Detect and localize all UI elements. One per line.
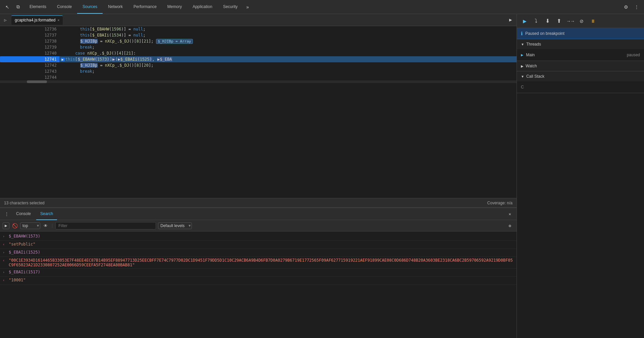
console-value: $_EBAIi(1517) (9, 270, 514, 274)
step-over-btn[interactable]: ⤵ (531, 16, 541, 26)
call-stack-section-header[interactable]: ▼ Call Stack (517, 71, 644, 81)
devtools-tabs: Elements Console Sources Network Perform… (24, 0, 620, 14)
clear-console-btn[interactable]: 🚫 (11, 222, 18, 229)
sidebar-toggle[interactable]: ▷ (1, 16, 9, 24)
console-settings-icon[interactable]: ⚙ (506, 222, 514, 230)
paused-message: Paused on breakpoint (525, 31, 565, 36)
console-output[interactable]: › $_EBAHW(1573) ‹ "setPublic" › $_EBAIi(… (0, 231, 517, 338)
console-value: $_EBAHW(1573) (9, 234, 514, 239)
status-bar: 13 characters selected Coverage: n/a (0, 198, 517, 207)
console-value: "10001" (9, 278, 514, 282)
close-bottom-panel[interactable]: ✕ (506, 210, 514, 218)
settings-icon[interactable]: ⚙ (621, 2, 631, 12)
file-tab-gcaptcha[interactable]: gcaptcha4.js:formatted × (11, 15, 63, 25)
tab-sources[interactable]: Sources (77, 0, 103, 14)
resume-btn[interactable]: ▶ (520, 16, 530, 26)
file-tab-name: gcaptcha4.js:formatted (15, 18, 55, 22)
code-scroller[interactable]: 12736 this[$_EBAHW(1596)] = null; 12737 … (0, 26, 517, 198)
debugger-toolbar: ▶ ⤵ ⬇ ⬆ →→ ⊘ ⏸ (517, 14, 644, 28)
expand-icon[interactable]: ‹ (3, 243, 7, 246)
list-item: › $_EBAIi(1517) (0, 269, 517, 277)
table-row: 12742 $_HJIBp = nXCp_.$_DJ()[8][20]; (0, 62, 517, 68)
eye-icon[interactable]: 👁 (42, 222, 49, 229)
file-tab-close[interactable]: × (57, 18, 59, 22)
debugger-panel: ▶ ⤵ ⬇ ⬆ →→ ⊘ ⏸ ℹ Paused on breakpoint ▼ … (517, 14, 644, 338)
context-select[interactable]: top (20, 222, 40, 229)
threads-section-header[interactable]: ▼ Threads (517, 39, 644, 49)
selection-info: 13 characters selected (4, 201, 45, 205)
threads-section: ▼ Threads ▶ Main paused (517, 39, 644, 61)
tab-application[interactable]: Application (187, 0, 218, 14)
table-row: 12744 (0, 74, 517, 80)
bottom-section: ⋮ Console Search ✕ ▶ 🚫 top ▼ (0, 207, 517, 338)
paused-banner: ℹ Paused on breakpoint (517, 28, 644, 39)
toolbar-right: ⚙ ⋮ (621, 2, 641, 12)
watch-label: Watch (526, 64, 537, 68)
layers-icon[interactable]: ⧉ (13, 2, 23, 12)
step-btn[interactable]: →→ (565, 16, 575, 26)
code-table: 12736 this[$_EBAHW(1596)] = null; 12737 … (0, 26, 517, 80)
list-item: ‹ "10001" (0, 277, 517, 285)
step-out-btn[interactable]: ⬆ (554, 16, 564, 26)
list-item: › $_EBAHW(1573) (0, 233, 517, 241)
expand-icon[interactable]: ‹ (3, 259, 7, 262)
watch-arrow-icon: ▶ (521, 64, 524, 68)
more-tabs-btn[interactable]: » (243, 2, 252, 12)
pause-on-exception-btn[interactable]: ⏸ (588, 16, 598, 26)
tab-security[interactable]: Security (218, 0, 243, 14)
bottom-tab-menu[interactable]: ⋮ (3, 210, 11, 218)
expand-icon[interactable]: › (3, 270, 7, 274)
expand-icon[interactable]: › (3, 251, 7, 254)
left-panel: ▷ gcaptcha4.js:formatted × ▶ 12736 (0, 14, 517, 338)
run-snippet-btn[interactable]: ▶ (506, 15, 515, 25)
console-value: $_EBAIi(1525) (9, 250, 514, 255)
table-row: 12740 case nXCp_.$_DJ()[4][21]: (0, 50, 517, 56)
call-stack-content: C (517, 81, 644, 93)
filter-input[interactable] (55, 222, 156, 229)
deactivate-btn[interactable]: ⊘ (577, 16, 587, 26)
execute-btn[interactable]: ▶ (3, 222, 9, 229)
call-stack-item: C (521, 83, 640, 91)
devtools-toolbar: ↖ ⧉ Elements Console Sources Network Per… (0, 0, 644, 14)
console-toolbar: ▶ 🚫 top ▼ 👁 | Default levels (0, 220, 517, 231)
info-icon: ℹ (521, 31, 523, 36)
tab-performance[interactable]: Performance (128, 0, 162, 14)
call-stack-label: Call Stack (526, 74, 544, 79)
tab-elements[interactable]: Elements (24, 0, 52, 14)
call-stack-arrow-icon: ▼ (521, 75, 524, 78)
thread-active-icon: ▶ (521, 53, 523, 57)
list-item: › $_EBAIi(1525) (0, 249, 517, 257)
tab-memory[interactable]: Memory (162, 0, 187, 14)
code-and-bottom: ▷ gcaptcha4.js:formatted × ▶ 12736 (0, 14, 517, 338)
expand-icon[interactable]: › (3, 234, 7, 238)
thread-name: Main (526, 53, 624, 57)
thread-item-main: ▶ Main paused (521, 51, 640, 59)
levels-wrapper: Default levels ▼ (158, 222, 192, 229)
table-row: 12743 break; (0, 68, 517, 74)
console-value: "setPublic" (9, 242, 514, 247)
expand-icon[interactable]: ‹ (3, 278, 7, 282)
thread-status: paused (627, 53, 640, 57)
table-row: 12736 this[$_EBAHW(1596)] = null; (0, 26, 517, 32)
threads-content: ▶ Main paused (517, 49, 644, 61)
main-split: ▷ gcaptcha4.js:formatted × ▶ 12736 (0, 14, 644, 338)
list-item: ‹ "00C1E3934D1614465B33053E7F48EE4EC87B1… (0, 257, 517, 269)
bottom-tabs: ⋮ Console Search ✕ (0, 208, 517, 220)
console-value-hex: "00C1E3934D1614465B33053E7F48EE4EC87B14B… (9, 258, 514, 267)
table-row: 12737 this[$_EBAIi(1534)] = null; (0, 32, 517, 38)
levels-select[interactable]: Default levels (158, 222, 192, 229)
list-item: ‹ "setPublic" (0, 241, 517, 249)
table-row: 12738 $_HJIBp = nXCp_.$_DJ()[8][21];$_HJ… (0, 38, 517, 44)
tab-console-bottom[interactable]: Console (12, 208, 35, 220)
cursor-icon[interactable]: ↖ (3, 2, 12, 12)
customize-icon[interactable]: ⋮ (632, 2, 641, 12)
watch-section-header[interactable]: ▶ Watch (517, 61, 644, 71)
tab-console[interactable]: Console (52, 0, 77, 14)
tab-search-bottom[interactable]: Search (36, 208, 57, 220)
call-stack-section: ▼ Call Stack C (517, 71, 644, 93)
table-row: 12739 break; (0, 44, 517, 50)
step-into-btn[interactable]: ⬇ (542, 16, 552, 26)
watch-section: ▶ Watch (517, 61, 644, 71)
tab-network[interactable]: Network (103, 0, 128, 14)
table-row-breakpoint: 12741 ▶this[$_EBAHW(1573)]▶(▶$_EBAIi(152… (0, 56, 517, 62)
